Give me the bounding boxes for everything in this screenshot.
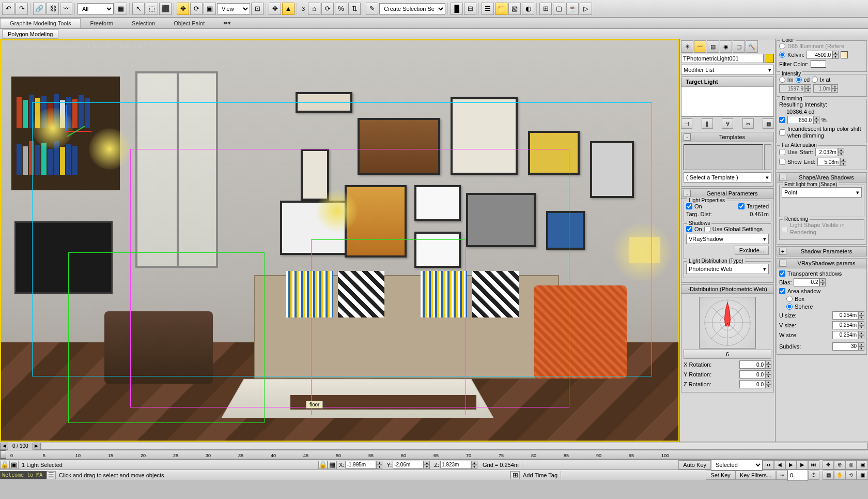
wsize-input[interactable] — [832, 331, 858, 339]
goto-start-button[interactable]: ⏮ — [763, 460, 774, 470]
lock-button[interactable]: 🔒 — [0, 461, 9, 469]
object-color-swatch[interactable] — [765, 54, 774, 63]
scroll-left-button[interactable]: ◀ — [0, 443, 8, 450]
filter-color-swatch[interactable] — [811, 61, 826, 68]
make-unique-button[interactable]: ∀ — [722, 118, 733, 129]
pivot-button[interactable]: ⊡ — [251, 3, 264, 15]
modify-tab[interactable]: 〰 — [694, 40, 706, 53]
y-input[interactable] — [393, 461, 424, 468]
zrot-input[interactable] — [739, 380, 765, 388]
render-setup-button[interactable]: ⊞ — [539, 3, 552, 15]
key-mode-toggle[interactable]: ⊸ — [776, 471, 787, 480]
configure-sets-button[interactable]: ▦ — [763, 118, 774, 129]
link-button[interactable]: 🔗 — [33, 3, 45, 15]
render-frame-button[interactable]: ▢ — [553, 3, 565, 15]
modifier-list-dropdown[interactable]: Modifier List — [681, 65, 774, 75]
utilities-tab[interactable]: 🔨 — [746, 40, 758, 53]
dimming-checkbox[interactable] — [779, 117, 785, 123]
layer-manager-button[interactable]: ☰ — [482, 3, 494, 15]
shadows-on-checkbox[interactable] — [686, 226, 692, 232]
ribbon-minimize-button[interactable]: ⇔▾ — [214, 18, 240, 28]
subdivs-input[interactable] — [832, 342, 858, 351]
schematic-view-button[interactable]: ▧ — [508, 3, 521, 15]
xrot-dn[interactable]: ▼ — [765, 365, 771, 369]
shadow-params-rollout-header[interactable]: +Shadow Parameters — [777, 246, 867, 256]
dimming-pct-input[interactable] — [787, 116, 813, 124]
far-start-input[interactable] — [815, 148, 838, 156]
display-tab[interactable]: ▢ — [733, 40, 745, 53]
object-name-input[interactable] — [681, 54, 764, 63]
vray-shadows-rollout-header[interactable]: -VRayShadows params — [777, 258, 867, 268]
use-global-checkbox[interactable] — [704, 226, 710, 232]
unlink-button[interactable]: ⛓ — [47, 3, 59, 15]
named-selection-dropdown[interactable]: Create Selection Se — [379, 3, 445, 14]
tab-freeform[interactable]: Freeform — [81, 19, 122, 28]
spinner-snap-button[interactable]: ⇅ — [348, 3, 361, 15]
d65-radio[interactable] — [779, 43, 785, 49]
goto-end-button[interactable]: ⏭ — [808, 460, 819, 470]
select-object-button[interactable]: ↖ — [132, 3, 145, 15]
ref-coord-dropdown[interactable]: View — [217, 3, 250, 14]
template-scroll[interactable] — [764, 144, 771, 170]
viewport-nav-8[interactable]: ▣ — [857, 471, 868, 480]
isolate-button[interactable]: ▣ — [9, 461, 19, 469]
viewport-nav-7[interactable]: ⟲ — [845, 471, 857, 480]
web-file-button[interactable]: 6 — [684, 350, 771, 359]
timeline-thumb[interactable] — [0, 450, 6, 459]
viewport-nav-2[interactable]: ⊕ — [834, 460, 845, 470]
vsize-input[interactable] — [832, 321, 858, 329]
template-dropdown[interactable]: ( Select a Template ) — [684, 172, 771, 183]
shape-area-rollout-header[interactable]: -Shape/Area Shadows — [777, 172, 867, 183]
viewport-nav-4[interactable]: ▣ — [857, 460, 868, 470]
tab-selection[interactable]: Selection — [122, 19, 164, 28]
viewport-nav-6[interactable]: ✋ — [834, 471, 845, 480]
scroll-track[interactable] — [41, 443, 868, 450]
select-scale-button[interactable]: ▣ — [204, 3, 216, 15]
shadow-type-dropdown[interactable]: VRayShadow — [686, 234, 769, 244]
select-move-button[interactable]: ✥ — [177, 3, 189, 15]
render-button[interactable]: ☕ — [566, 3, 579, 15]
viewport-label[interactable]: [ + ] [ VRayPhysicalCamera001 ] [ Smooth… — [4, 42, 145, 49]
kelvin-input[interactable] — [807, 51, 832, 59]
pin-stack-button[interactable]: ⊣ — [681, 118, 692, 129]
zrot-up[interactable]: ▲ — [765, 380, 771, 384]
targeted-checkbox[interactable] — [738, 203, 745, 209]
z-input[interactable] — [440, 461, 471, 468]
lx-radio[interactable] — [812, 77, 818, 83]
set-key-button[interactable]: Set Key — [706, 471, 735, 480]
yrot-up[interactable]: ▲ — [765, 370, 771, 374]
curve-editor-button[interactable]: 📁 — [495, 3, 507, 15]
polygon-modeling-tab[interactable]: Polygon Modeling — [2, 29, 58, 39]
align-button[interactable]: ⊟ — [464, 3, 476, 15]
remove-modifier-button[interactable]: ✂ — [742, 118, 754, 129]
stack-target-light[interactable]: Target Light — [681, 77, 773, 87]
distribution-dropdown[interactable]: Photometric Web — [686, 264, 769, 274]
key-filters-button[interactable]: Key Filters... — [735, 471, 776, 480]
next-frame-button[interactable]: ▶ — [797, 460, 808, 470]
undo-button[interactable]: ↶ — [2, 3, 14, 15]
abs-rel-button[interactable]: ▦ — [328, 461, 337, 469]
select-rotate-button[interactable]: ⟳ — [190, 3, 203, 15]
time-config-button[interactable]: ⏱ — [808, 471, 819, 480]
listener-button[interactable]: ☰ — [47, 471, 56, 479]
maxscript-prompt[interactable] — [0, 471, 47, 479]
bind-button[interactable]: 〰 — [60, 3, 72, 15]
auto-key-button[interactable]: Auto Key — [678, 460, 711, 470]
material-editor-button[interactable]: ◐ — [522, 3, 534, 15]
bias-input[interactable] — [794, 278, 819, 286]
motion-tab[interactable]: ◉ — [720, 40, 732, 53]
keyboard-shortcut-button[interactable]: ▲ — [282, 3, 295, 15]
lock-selection-button[interactable]: 🔒 — [318, 461, 328, 469]
current-frame-input[interactable] — [787, 470, 808, 481]
area-shadow-checkbox[interactable] — [779, 288, 785, 294]
kelvin-radio[interactable] — [779, 52, 785, 58]
incand-checkbox[interactable] — [779, 129, 785, 135]
prev-frame-button[interactable]: ◀ — [774, 460, 785, 470]
selection-filter-dropdown[interactable]: All — [78, 3, 114, 14]
select-region-button[interactable]: ⬚ — [146, 3, 158, 15]
exclude-button[interactable]: Exclude... — [735, 246, 769, 255]
render-last-button[interactable]: ▷ — [580, 3, 592, 15]
viewport-nav-5[interactable]: ▦ — [823, 471, 834, 480]
key-mode-dropdown[interactable]: Selected — [711, 459, 763, 471]
transparent-shadows-checkbox[interactable] — [779, 270, 785, 277]
